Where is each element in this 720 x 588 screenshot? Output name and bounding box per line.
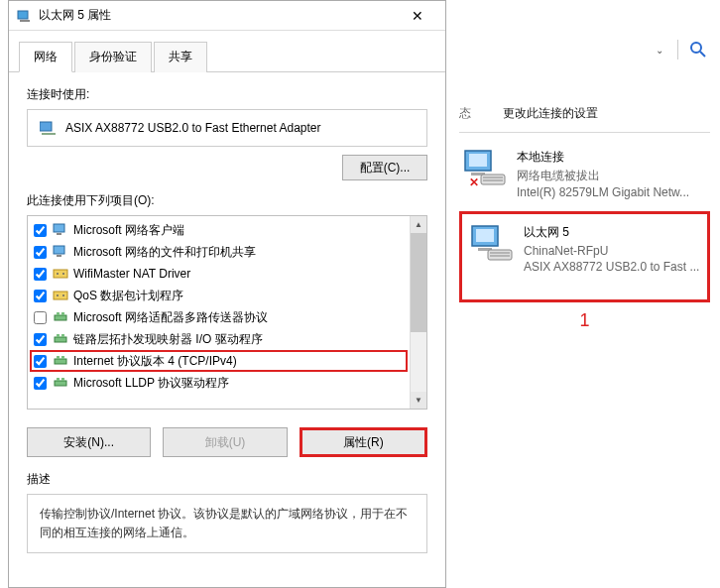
- protocol-item[interactable]: Microsoft 网络客户端: [30, 219, 408, 241]
- dialog-title: 以太网 5 属性: [39, 7, 398, 24]
- svg-line-5: [700, 52, 705, 57]
- scroll-thumb[interactable]: [411, 233, 426, 332]
- tab-content: 连接时使用: ASIX AX88772 USB2.0 to Fast Ether…: [9, 72, 445, 567]
- protocol-item[interactable]: 链路层拓扑发现映射器 I/O 驱动程序: [30, 328, 408, 350]
- svg-rect-3: [42, 133, 56, 135]
- protocol-checkbox[interactable]: [34, 268, 47, 281]
- protocol-label: Internet 协议版本 4 (TCP/IPv4): [73, 353, 237, 370]
- protocol-label: Microsoft 网络客户端: [73, 222, 184, 239]
- protocol-list: Microsoft 网络客户端 Microsoft 网络的文件和打印机共享 Wi…: [27, 215, 427, 410]
- install-button[interactable]: 安装(N)...: [27, 427, 151, 457]
- adapter-icon: [17, 8, 33, 24]
- adapter-name: ASIX AX88772 USB2.0 to Fast Ethernet Ada…: [65, 121, 321, 135]
- chevron-down-icon[interactable]: ⌄: [652, 45, 667, 56]
- connection-detail: Intel(R) 82579LM Gigabit Netw...: [517, 184, 710, 201]
- network-card-icon: [40, 120, 58, 136]
- protocol-label: Microsoft 网络适配器多路传送器协议: [73, 309, 268, 326]
- protocol-label: Microsoft LLDP 协议驱动程序: [73, 375, 229, 392]
- connection-status: 网络电缆被拔出: [517, 168, 710, 184]
- svg-rect-2: [40, 122, 52, 131]
- proto-icon: [53, 309, 68, 325]
- properties-button[interactable]: 属性(R): [300, 427, 427, 457]
- client-icon: [53, 222, 68, 238]
- connection-detail: ASIX AX88772 USB2.0 to Fast ...: [524, 259, 703, 276]
- protocol-item[interactable]: QoS 数据包计划程序: [30, 285, 408, 306]
- svg-point-4: [691, 43, 701, 53]
- protocol-label: 链路层拓扑发现映射器 I/O 驱动程序: [73, 331, 263, 348]
- close-button[interactable]: ✕: [398, 2, 437, 30]
- tab-strip: 网络 身份验证 共享: [9, 31, 445, 72]
- connection-status: ChinaNet-RFpU: [524, 243, 703, 260]
- uninstall-button[interactable]: 卸载(U): [163, 427, 287, 457]
- partial-text: 态: [459, 105, 471, 122]
- items-label: 此连接使用下列项目(O):: [27, 192, 427, 209]
- tab-network[interactable]: 网络: [19, 42, 72, 72]
- tab-sharing[interactable]: 共享: [154, 42, 207, 72]
- description-label: 描述: [27, 471, 427, 488]
- protocol-label: WifiMaster NAT Driver: [73, 267, 190, 281]
- titlebar: 以太网 5 属性 ✕: [9, 1, 445, 31]
- connection-name: 以太网 5: [524, 224, 703, 241]
- protocol-item[interactable]: Internet 协议版本 4 (TCP/IPv4): [30, 350, 408, 372]
- connection-icon: ✕: [463, 149, 507, 188]
- svg-text:✕: ✕: [469, 176, 479, 188]
- connection-icon: [470, 224, 514, 264]
- driver-icon: [53, 288, 68, 303]
- protocol-checkbox[interactable]: [34, 246, 47, 259]
- protocol-label: Microsoft 网络的文件和打印机共享: [73, 244, 256, 261]
- driver-icon: [53, 266, 68, 282]
- protocol-item[interactable]: Microsoft 网络的文件和打印机共享: [30, 241, 408, 263]
- network-connections-panel: ⌄ 态 更改此连接的设置 ✕ 本地连接 网络电缆被拔出 Intel(R) 825…: [447, 0, 720, 588]
- scrollbar[interactable]: ▲ ▼: [410, 216, 426, 409]
- protocol-checkbox[interactable]: [34, 311, 47, 324]
- proto-icon: [53, 375, 68, 391]
- protocol-item[interactable]: WifiMaster NAT Driver: [30, 263, 408, 285]
- proto-icon: [53, 353, 68, 369]
- tab-auth[interactable]: 身份验证: [74, 42, 152, 72]
- connection-name: 本地连接: [517, 149, 710, 166]
- protocol-checkbox[interactable]: [34, 290, 47, 302]
- protocol-label: QoS 数据包计划程序: [73, 288, 183, 304]
- scroll-up-icon[interactable]: ▲: [411, 216, 426, 233]
- description-text: 传输控制协议/Internet 协议。该协议是默认的广域网络协议，用于在不同的相…: [27, 494, 427, 553]
- client-icon: [53, 244, 68, 260]
- protocol-checkbox[interactable]: [34, 333, 47, 346]
- configure-button[interactable]: 配置(C)...: [342, 155, 427, 180]
- annotation-marker: 1: [459, 310, 710, 331]
- svg-rect-1: [20, 20, 30, 22]
- search-icon[interactable]: [688, 40, 708, 59]
- adapter-box: ASIX AX88772 USB2.0 to Fast Ethernet Ada…: [27, 109, 427, 147]
- scroll-down-icon[interactable]: ▼: [411, 392, 426, 409]
- protocol-item[interactable]: Microsoft 网络适配器多路传送器协议: [30, 306, 408, 328]
- protocol-checkbox[interactable]: [34, 355, 47, 368]
- connection-entry[interactable]: 以太网 5 ChinaNet-RFpU ASIX AX88772 USB2.0 …: [459, 211, 710, 303]
- protocol-item[interactable]: Microsoft LLDP 协议驱动程序: [30, 372, 408, 394]
- connection-entry[interactable]: ✕ 本地连接 网络电缆被拔出 Intel(R) 82579LM Gigabit …: [459, 143, 710, 211]
- section-modify-title: 更改此连接的设置: [503, 105, 598, 122]
- connection-label: 连接时使用:: [27, 86, 427, 103]
- protocol-checkbox[interactable]: [34, 224, 47, 237]
- ethernet-properties-dialog: 以太网 5 属性 ✕ 网络 身份验证 共享 连接时使用: ASIX AX8877…: [8, 0, 446, 588]
- svg-rect-0: [18, 11, 28, 19]
- protocol-checkbox[interactable]: [34, 377, 47, 390]
- proto-icon: [53, 331, 68, 347]
